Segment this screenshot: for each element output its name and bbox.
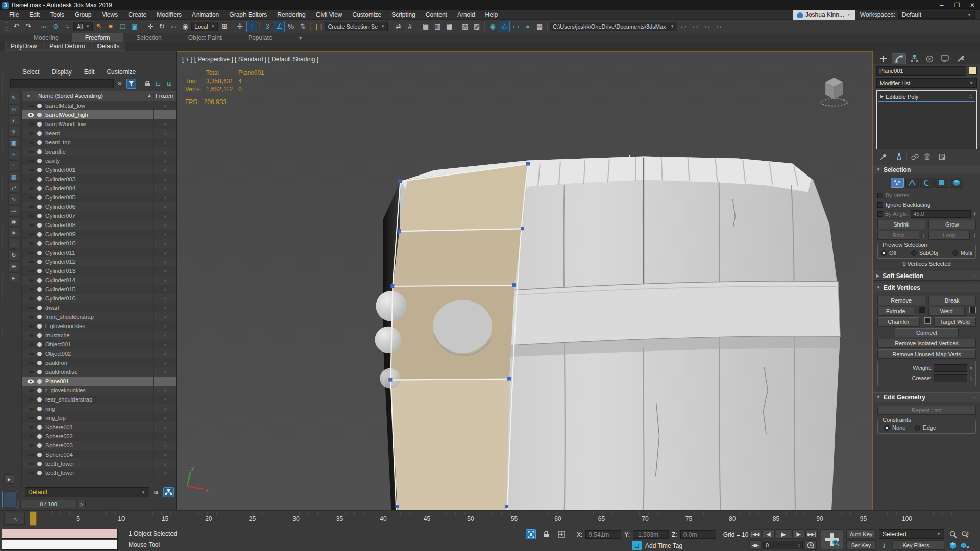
schematic-view-icon[interactable]: ▨ (471, 21, 482, 32)
list-item-Cylinder006[interactable]: Cylinder006∗ (22, 202, 177, 211)
auto-key-button[interactable]: Auto Key (846, 529, 876, 539)
sync-selection-icon[interactable]: ↻ (8, 250, 19, 260)
material-editor-icon[interactable]: ◉ (487, 21, 498, 32)
make-unique-icon[interactable] (910, 152, 919, 161)
list-item-barrelWood_low[interactable]: barrelWood_low∗ (22, 119, 177, 129)
eye-closed-icon[interactable] (22, 279, 35, 282)
remove-modifier-icon[interactable] (922, 152, 932, 161)
explorer-menu-select[interactable]: Select (17, 68, 44, 76)
frozen-toggle-icon[interactable]: ∗ (153, 422, 177, 432)
frozen-toggle-icon[interactable]: ∗ (153, 367, 177, 377)
eye-closed-icon[interactable] (22, 463, 35, 465)
tab-display-icon[interactable] (938, 53, 952, 64)
list-item-Cylinder003[interactable]: Cylinder003∗ (22, 174, 177, 184)
list-item-Sphere002[interactable]: Sphere002∗ (22, 432, 177, 441)
go-to-end-button[interactable]: ▶▶| (805, 529, 818, 539)
key-filters-button[interactable]: Key Filters... (892, 540, 944, 550)
loop-button[interactable]: Loop (928, 231, 970, 240)
close-button[interactable]: ✕ (965, 0, 980, 10)
tab-hierarchy-icon[interactable] (907, 53, 921, 64)
tab-modify-icon[interactable] (892, 53, 906, 64)
eye-closed-icon[interactable] (22, 408, 35, 410)
frozen-toggle-icon[interactable]: ∗ (153, 377, 177, 386)
list-item-Cylinder013[interactable]: Cylinder013∗ (22, 266, 177, 276)
explorer-menu-edit[interactable]: Edit (79, 68, 100, 76)
list-item-Cylinder010[interactable]: Cylinder010∗ (22, 239, 177, 248)
list-item-r_gloveknuckles[interactable]: r_gloveknuckles∗ (22, 386, 177, 395)
menu-create[interactable]: Create (123, 10, 152, 20)
by-angle-checkbox[interactable] (877, 211, 883, 217)
eye-closed-icon[interactable] (22, 325, 35, 328)
keyboard-override-icon[interactable]: ↑ (246, 21, 257, 32)
eye-closed-icon[interactable] (22, 206, 35, 208)
soft-selection-header[interactable]: ▶ Soft Selection ⋯ (873, 271, 980, 281)
menu-customize[interactable]: Customize (348, 10, 387, 20)
eye-closed-icon[interactable] (22, 196, 35, 199)
grow-button[interactable]: Grow (928, 220, 976, 229)
window-crossing-icon[interactable]: ▣ (129, 21, 140, 32)
eye-closed-icon[interactable] (22, 288, 35, 291)
materials-filter-icon[interactable]: ◉ (8, 216, 19, 227)
user-account-button[interactable]: Joshua Kinn... ▼ (793, 10, 855, 20)
visibility-column-header[interactable]: ● (22, 93, 35, 98)
menu-graph-editors[interactable]: Graph Editors (224, 10, 272, 20)
save-folder-icon[interactable]: ▱ (701, 21, 713, 32)
a360-render-icon[interactable]: ▩ (534, 21, 545, 32)
object-name-field[interactable]: Plane001 (876, 66, 966, 76)
play-button[interactable]: ▶ (776, 529, 791, 539)
frozen-toggle-icon[interactable]: ∗ (153, 294, 177, 303)
eye-closed-icon[interactable] (22, 160, 35, 162)
list-item-Object002[interactable]: Object002∗ (22, 349, 177, 358)
edit-named-selections-icon[interactable]: { } (313, 21, 324, 32)
shrink-button[interactable]: Shrink (877, 220, 925, 229)
list-item-Sphere004[interactable]: Sphere004∗ (22, 450, 177, 459)
eye-closed-icon[interactable] (22, 343, 35, 346)
remove-isolated-vertices-button[interactable]: Remove Isolated Vertices (877, 339, 976, 348)
rollout-grip-icon[interactable]: ⋯ (972, 285, 977, 290)
snaps-toggle-icon[interactable]: 3 (262, 21, 273, 32)
frozen-toggle-icon[interactable]: ∗ (153, 156, 177, 165)
layout-expand-icon[interactable]: ▶ (4, 474, 14, 484)
frozen-toggle-icon[interactable]: ∗ (153, 395, 177, 404)
ribbon-tab-freeform[interactable]: Freeform (72, 33, 124, 42)
eye-closed-icon[interactable] (22, 151, 35, 153)
eye-closed-icon[interactable] (22, 398, 35, 401)
edit-vertices-header[interactable]: ▼ Edit Vertices ⋯ (873, 283, 980, 292)
eye-closed-icon[interactable] (22, 417, 35, 419)
selection-rollout-header[interactable]: ▼ Selection ⋯ (873, 165, 980, 174)
workspace-select[interactable]: Default▼ (898, 11, 975, 19)
named-selection-placeholder-dropdown[interactable]: Create Selection Se▼ (325, 22, 388, 31)
selection-filter-dropdown[interactable]: All▼ (74, 22, 93, 31)
eye-closed-icon[interactable] (22, 224, 35, 227)
repeat-last-button[interactable]: Repeat Last (877, 406, 976, 415)
list-item-pauldrondisc[interactable]: pauldrondisc∗ (22, 367, 177, 377)
z-coordinate-field[interactable]: 0.0m (680, 530, 716, 539)
element-mode-icon[interactable] (950, 178, 963, 188)
list-item-Cylinder016[interactable]: Cylinder016∗ (22, 294, 177, 303)
frozen-toggle-icon[interactable]: ∗ (153, 266, 177, 276)
eye-closed-icon[interactable] (22, 187, 35, 190)
x-coordinate-field[interactable]: 9.541m (585, 530, 621, 539)
select-filter-icon[interactable]: ↖ (8, 93, 19, 103)
expand-options-icon[interactable]: ▸ (8, 272, 19, 283)
frozen-toggle-icon[interactable]: ∗ (153, 248, 177, 257)
zoom-icon[interactable] (947, 529, 959, 540)
tab-motion-icon[interactable] (922, 53, 937, 64)
absolute-mode-icon[interactable] (556, 529, 567, 539)
key-mode-toggle[interactable]: ◀▶ (749, 540, 762, 550)
list-item-teeth_lower[interactable]: teeth_lower∗ (22, 459, 177, 468)
menu-edit[interactable]: Edit (24, 10, 45, 20)
eye-closed-icon[interactable] (22, 362, 35, 364)
menu-views[interactable]: Views (96, 10, 123, 20)
align-icon[interactable]: # (404, 21, 415, 32)
ribbon-tab-selection[interactable]: Selection (123, 33, 175, 42)
frozen-toggle-icon[interactable]: ∗ (153, 110, 177, 119)
viewport-label[interactable]: [ + ] [ Perspective ] [ Standard ] [ Def… (182, 56, 318, 63)
minimize-button[interactable]: – (934, 0, 949, 10)
list-item-beardtie[interactable]: beardtie∗ (22, 147, 177, 156)
rollout-grip-icon[interactable]: ⋯ (972, 273, 977, 279)
eye-closed-icon[interactable] (22, 371, 35, 373)
eye-open-icon[interactable] (22, 113, 35, 117)
viewport-3d-scene[interactable]: x y (177, 52, 872, 510)
list-item-beard[interactable]: beard∗ (22, 129, 177, 138)
